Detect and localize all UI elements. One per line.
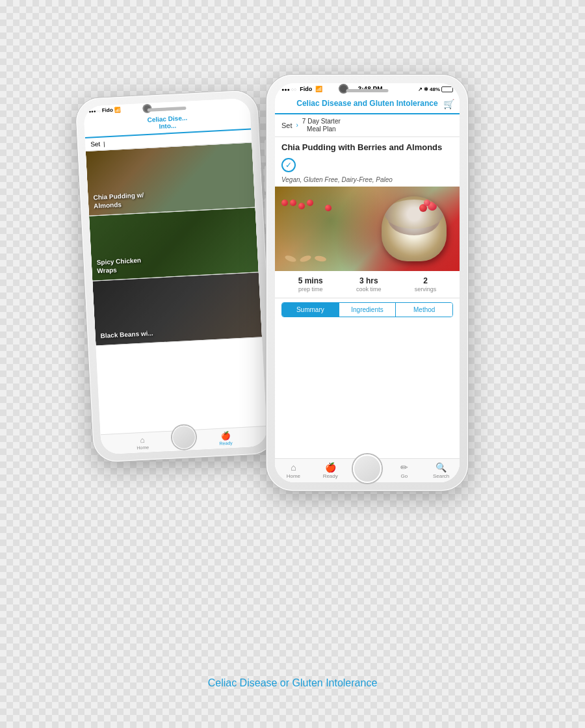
nav-home[interactable]: ⌂ Home [275,459,312,482]
phones-container: ●●●○○ Fido 📶 Celiac Dise... Into... [65,55,520,673]
list-item[interactable]: Spicy ChickenWraps [89,207,259,281]
list-item[interactable]: Black Beans wi... [92,272,262,346]
home-icon: ⌂ [291,462,296,473]
checkmark-area: ✓ [275,155,460,175]
breadcrumb-arrow: › [296,122,298,129]
status-right-icons: ↗ ✻ 48% [418,86,453,92]
location-icon: ↗ [418,86,422,92]
prep-time-value: 5 mins [298,276,323,285]
front-screen-content: ●●●○○ Fido 📶 3:48 PM ↗ ✻ 48% [275,83,460,482]
chia-bowl-image [382,196,447,261]
cart-icon[interactable]: 🛒 [443,99,454,109]
status-left: ●●●○○ Fido 📶 [281,86,322,92]
nav-search[interactable]: 🔍 Search [422,459,460,482]
chicken-title: Spicy ChickenWraps [96,256,142,276]
battery-body [441,86,453,92]
go-label: Go [400,473,408,479]
recipe-title-area: Chia Pudding with Berries and Almonds [275,137,460,156]
search-label: Search [433,473,449,479]
servings-label: servings [415,286,437,292]
back-phone-screen: ●●●○○ Fido 📶 Celiac Dise... Into... [83,98,268,455]
back-app-title: Celiac Dise... Into... [89,111,246,134]
wifi-icon: 📶 [315,86,322,92]
breadcrumb-meal: 7 Day StarterMeal Plan [302,118,341,133]
almonds-decoration [285,256,326,261]
tab-summary[interactable]: Summary [282,303,339,317]
prep-time-label: prep time [298,286,323,292]
tab-ingredients[interactable]: Ingredients [339,303,396,317]
nav-ready[interactable]: 🍎 Ready [312,459,349,482]
front-phone-vol-down-button [265,198,266,224]
go-icon: ✏ [400,462,408,473]
berry-2 [290,200,296,206]
ready-label: Ready [323,473,338,479]
cook-time-row: 5 mins prep time 3 hrs cook time 2 servi… [275,271,460,298]
signal-full-dots: ●●● [281,87,290,92]
back-recipe-list: Chia Pudding w/Almonds Spicy ChickenWrap… [86,143,266,435]
front-app-title: Celiac Disease and Gluten Intolerance [281,99,453,109]
back-signal: ●●●○○ Fido 📶 [88,107,121,114]
berry-5 [325,205,332,211]
recipe-tags: Vegan, Gluten Free, Dairy-Free, Paleo [275,175,460,187]
battery-icon [441,86,453,92]
home-label: Home [287,473,300,479]
recipe-title: Chia Pudding with Berries and Almonds [281,142,453,153]
front-phone-mute-button [265,140,266,156]
breadcrumb-set[interactable]: Set [281,122,292,129]
back-ready-icon: 🍎 [220,431,231,441]
servings-item: 2 servings [415,276,437,292]
list-item[interactable]: Chia Pudding w/Almonds [86,143,255,216]
page-caption: Celiac Disease or Gluten Intolerance [208,677,378,689]
back-screen-content: ●●●○○ Fido 📶 Celiac Dise... Into... [83,98,268,455]
back-separator: | [103,140,105,147]
prep-time-item: 5 mins prep time [298,276,323,292]
carrier-label: Fido [300,86,312,92]
servings-value: 2 [415,276,437,285]
front-app-header: Celiac Disease and Gluten Intolerance 🛒 [275,95,460,114]
cook-time-item: 3 hrs cook time [356,276,382,292]
front-phone-vol-up-button [265,166,266,192]
nav-go[interactable]: ✏ Go [385,459,422,482]
recipe-checkmark[interactable]: ✓ [281,158,296,172]
back-home-icon: ⌂ [140,436,145,445]
front-phone-home-button[interactable] [353,454,382,483]
back-ready-label: Ready [219,441,233,446]
front-phone-power-button [468,166,470,205]
berries-decoration [281,200,332,211]
almond-3 [314,255,326,263]
page-wrapper: ●●●○○ Fido 📶 Celiac Dise... Into... [0,0,585,728]
back-home-label: Home [136,445,149,450]
back-wifi-icon: 📶 [114,107,121,113]
bluetooth-icon: ✻ [424,86,428,92]
cook-time-value: 3 hrs [356,276,382,285]
recipe-image [275,187,460,271]
berry-1 [281,200,288,206]
phone-front: ●●●○○ Fido 📶 3:48 PM ↗ ✻ 48% [266,75,468,491]
front-phone-screen: ●●●○○ Fido 📶 3:48 PM ↗ ✻ 48% [275,83,460,482]
back-set-label: Set [90,140,101,148]
front-breadcrumb: Set › 7 Day StarterMeal Plan [275,114,460,137]
ready-icon: 🍎 [325,462,336,473]
phone-back: ●●●○○ Fido 📶 Celiac Dise... Into... [75,90,276,463]
cook-time-label: cook time [356,286,382,292]
signal-empty-dots: ○○ [291,87,296,92]
content-tabs: Summary Ingredients Method [281,302,453,317]
search-icon: 🔍 [436,462,447,473]
berry-4 [307,200,313,206]
battery-pct: 48% [430,86,440,92]
chia-title: Chia Pudding w/Almonds [93,190,144,210]
front-phone-speaker [346,89,389,92]
back-nav-ready[interactable]: 🍎 Ready [184,429,268,448]
berry-3 [298,203,305,209]
tab-method[interactable]: Method [396,303,452,317]
